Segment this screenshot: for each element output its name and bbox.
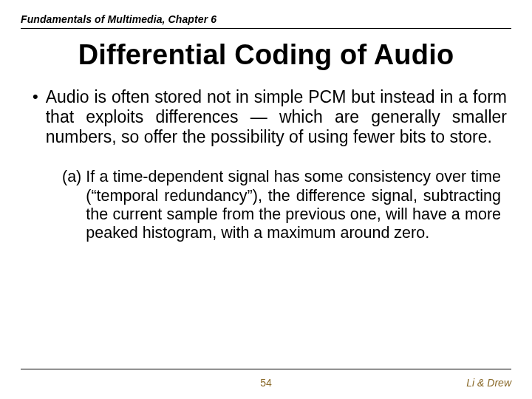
page-number: 54 xyxy=(260,377,272,389)
bullet-text: Audio is often stored not in simple PCM … xyxy=(46,87,507,147)
footer: 54 Li & Drew xyxy=(21,369,511,389)
chapter-header: Fundamentals of Multimedia, Chapter 6 xyxy=(21,13,511,25)
divider-top xyxy=(21,28,511,29)
bullet-item: • Audio is often stored not in simple PC… xyxy=(28,87,507,147)
footer-row: 54 Li & Drew xyxy=(21,377,511,389)
bullet-marker: • xyxy=(28,87,46,147)
sub-item: (a) If a time-dependent signal has some … xyxy=(28,168,507,242)
slide: Fundamentals of Multimedia, Chapter 6 Di… xyxy=(0,0,532,399)
sub-text: If a time-dependent signal has some cons… xyxy=(86,168,501,242)
authors: Li & Drew xyxy=(466,377,511,389)
sub-label: (a) xyxy=(62,168,86,242)
slide-title: Differential Coding of Audio xyxy=(21,39,511,71)
divider-bottom xyxy=(21,369,511,369)
body-content: • Audio is often stored not in simple PC… xyxy=(21,87,511,243)
